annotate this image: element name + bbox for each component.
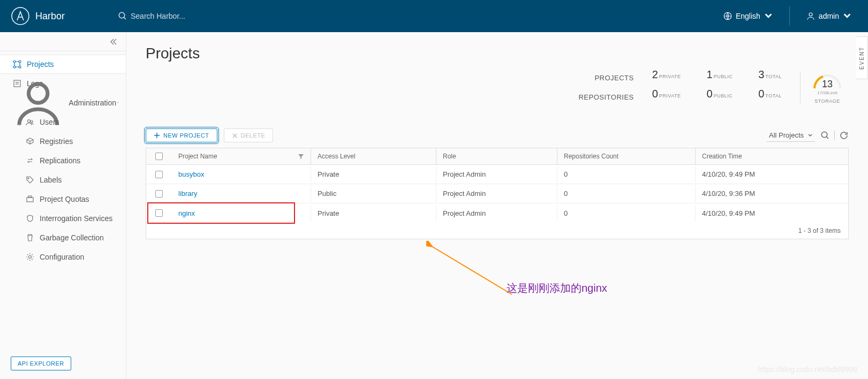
repos-public-count: 0 [707, 88, 713, 100]
search-bar[interactable] [107, 11, 718, 21]
language-selector[interactable]: English [718, 11, 779, 21]
sidebar-item-interrogation-services[interactable]: Interrogation Services [0, 209, 126, 228]
sidebar-item-label: Administration [69, 98, 116, 107]
row-checkbox[interactable] [155, 171, 163, 178]
sidebar-nav: Projects Logs Administration Users Regis… [0, 51, 126, 348]
event-tab[interactable]: EVENT [856, 36, 868, 79]
cell-role: Project Admin [436, 205, 557, 222]
summary-total-col: 3TOTAL 0TOTAL [751, 69, 789, 107]
svg-point-14 [31, 120, 33, 123]
project-link[interactable]: busybox [178, 170, 204, 178]
toolbar: NEW PROJECT DELETE All Projects [146, 128, 849, 142]
sidebar-item-garbage-collection[interactable]: Garbage Collection [0, 228, 126, 247]
double-chevron-left-icon [110, 38, 117, 46]
new-project-button[interactable]: NEW PROJECT [146, 128, 217, 142]
svg-point-6 [19, 60, 21, 63]
svg-point-13 [28, 120, 31, 123]
svg-line-22 [432, 246, 512, 294]
sidebar-item-label: Registries [40, 137, 73, 146]
sidebar-item-label: Projects [27, 60, 54, 69]
sidebar-item-label: Labels [40, 176, 62, 184]
projects-icon [13, 60, 21, 69]
sidebar-item-label: Project Quotas [40, 195, 89, 203]
repos-total-count: 0 [758, 88, 764, 100]
svg-point-0 [12, 7, 29, 25]
projects-row-label: PROJECTS [578, 69, 633, 88]
svg-point-12 [28, 84, 47, 103]
svg-point-8 [19, 66, 21, 68]
annotation-arrow [426, 241, 523, 305]
summary-public-col: 1PUBLIC 0PUBLIC [699, 69, 741, 107]
chevron-down-icon [764, 11, 773, 21]
row-checkbox[interactable] [155, 209, 163, 217]
labels-icon [26, 176, 34, 184]
sidebar-item-project-quotas[interactable]: Project Quotas [0, 190, 126, 209]
svg-point-19 [821, 132, 827, 138]
sidebar-item-configuration[interactable]: Configuration [0, 247, 126, 267]
table-row[interactable]: busyboxPrivateProject Admin04/10/20, 9:4… [146, 165, 848, 184]
svg-rect-16 [27, 198, 33, 202]
storage-limit: 17GBLimit [811, 90, 843, 95]
svg-point-5 [13, 60, 16, 63]
sidebar-item-label: Users [40, 118, 59, 126]
shield-icon [26, 214, 34, 223]
refresh-icon[interactable] [839, 131, 849, 140]
user-menu[interactable]: admin [801, 11, 857, 21]
cell-access: Private [311, 205, 436, 222]
sidebar-item-labels[interactable]: Labels [0, 170, 126, 190]
cell-time: 4/10/20, 9:49 PM [696, 205, 848, 222]
projects-table: Project Name Access Level Role Repositor… [146, 148, 849, 239]
sidebar-group-administration[interactable]: Administration [0, 93, 126, 112]
svg-point-18 [29, 256, 32, 259]
api-explorer-button[interactable]: API EXPLORER [11, 357, 71, 370]
summary-stats: PROJECTS REPOSITORIES 2PRIVATE 0PRIVATE … [146, 69, 849, 107]
repos-row-label: REPOSITORIES [578, 88, 633, 107]
projects-private-count: 2 [652, 69, 658, 81]
summary-private-col: 2PRIVATE 0PRIVATE [645, 69, 689, 107]
search-icon [118, 11, 127, 21]
cell-role: Project Admin [436, 185, 557, 202]
users-icon [26, 118, 34, 126]
column-header-name[interactable]: Project Name [172, 148, 311, 164]
harbor-logo-icon [11, 6, 30, 26]
svg-point-7 [13, 66, 16, 68]
sidebar-item-projects[interactable]: Projects [0, 55, 126, 74]
row-checkbox[interactable] [155, 190, 163, 198]
project-filter-select[interactable]: All Projects [767, 129, 815, 142]
delete-button[interactable]: DELETE [224, 128, 274, 142]
user-icon [806, 11, 816, 21]
project-link[interactable]: library [178, 190, 197, 198]
search-input[interactable] [131, 12, 291, 20]
user-label: admin [819, 12, 839, 20]
language-label: English [736, 12, 760, 20]
sidebar-collapse-button[interactable] [0, 32, 126, 51]
column-header-time[interactable]: Creation Time [696, 148, 848, 164]
filter-icon[interactable] [298, 153, 304, 160]
logo[interactable]: Harbor [11, 6, 107, 26]
header-divider [789, 6, 790, 26]
summary-divider [800, 72, 801, 104]
filter-select-wrap[interactable]: All Projects [767, 129, 815, 142]
table-row[interactable]: nginxPrivateProject Admin04/10/20, 9:49 … [146, 203, 848, 223]
main-content: Projects PROJECTS REPOSITORIES 2PRIVATE … [126, 32, 868, 379]
select-all-checkbox[interactable] [155, 153, 163, 160]
trash-icon [26, 233, 34, 242]
quotas-icon [26, 195, 34, 203]
column-header-role[interactable]: Role [436, 148, 557, 164]
sidebar-item-replications[interactable]: Replications [0, 151, 126, 170]
cell-time: 4/10/20, 9:36 PM [696, 185, 848, 202]
globe-icon [723, 11, 733, 21]
sidebar-item-label: Configuration [40, 253, 84, 261]
column-header-access[interactable]: Access Level [311, 148, 436, 164]
column-header-repos[interactable]: Repositories Count [557, 148, 696, 164]
table-row[interactable]: libraryPublicProject Admin04/10/20, 9:36… [146, 184, 848, 203]
sidebar-item-label: Interrogation Services [40, 214, 112, 223]
svg-point-1 [119, 12, 125, 18]
sidebar-item-registries[interactable]: Registries [0, 132, 126, 151]
x-icon [232, 133, 238, 139]
storage-summary: 13 17GBLimit STORAGE [811, 72, 843, 104]
registries-icon [26, 137, 34, 146]
project-link[interactable]: nginx [178, 209, 195, 217]
cell-time: 4/10/20, 9:49 PM [696, 166, 848, 183]
search-icon[interactable] [820, 131, 830, 140]
